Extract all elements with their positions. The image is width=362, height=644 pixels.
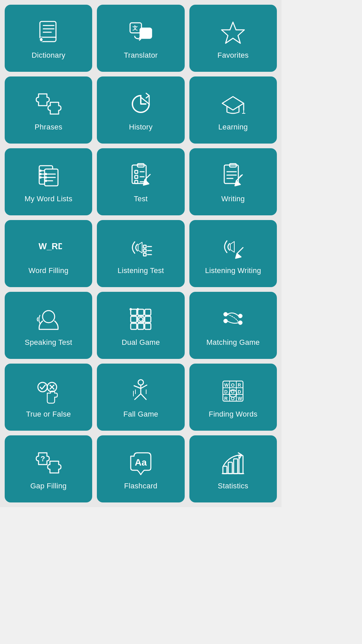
translator-label: Translator [124,51,158,60]
history-label: History [129,123,153,131]
favorites-label: Favorites [218,51,249,60]
svg-point-22 [40,177,41,178]
statistics-label: Statistics [218,482,248,490]
tile-phrases[interactable]: Phrases [5,76,92,144]
dictionary-icon [35,19,62,46]
learning-icon [220,91,246,117]
svg-line-86 [141,394,146,399]
translator-icon: 文 A [127,19,154,46]
dualgame-icon [127,306,154,333]
tile-gap-filling[interactable]: ? Gap Filling [5,435,92,502]
svg-rect-52 [143,253,146,256]
findingwords-icon: W O R D O D R O W [220,378,246,405]
listeningwriting-label: Listening Writing [205,266,261,275]
test-label: Test [134,195,148,203]
svg-point-29 [45,180,47,181]
svg-text:文: 文 [132,25,138,31]
svg-text:W: W [238,396,242,401]
svg-rect-108 [228,462,232,474]
tile-fall-game[interactable]: Fall Game [97,364,184,431]
wordlists-icon [35,162,62,189]
flashcard-label: Flashcard [124,482,157,490]
svg-text:D: D [238,389,241,394]
statistics-icon [220,449,246,476]
dualgame-label: Dual Game [122,338,160,347]
tile-dual-game[interactable]: Dual Game [97,292,184,359]
matchinggame-icon [220,306,246,333]
listeningtest-icon [127,234,154,261]
svg-point-75 [239,314,242,318]
svg-point-61 [130,309,131,310]
svg-rect-109 [234,459,238,474]
learning-label: Learning [218,123,248,131]
listeningwriting-icon [220,234,246,261]
svg-marker-56 [230,241,234,252]
svg-text:D: D [224,389,228,394]
svg-line-57 [237,248,243,254]
svg-text:W: W [224,382,229,388]
svg-rect-71 [138,323,144,329]
svg-line-45 [236,175,242,181]
phrases-label: Phrases [35,123,62,131]
svg-rect-70 [131,323,137,329]
tile-matching-game[interactable]: Matching Game [189,292,277,359]
tile-speaking-test[interactable]: Speaking Test [5,292,92,359]
svg-point-21 [40,173,41,175]
wordfilling-icon: W_RD [35,234,62,261]
tile-flashcard[interactable]: Aa Flashcard [97,435,184,502]
dictionary-label: Dictionary [32,51,65,60]
matchinggame-label: Matching Game [206,338,260,347]
tile-listening-test[interactable]: Listening Test [97,220,184,287]
tile-statistics[interactable]: Statistics [189,435,277,502]
svg-rect-107 [223,466,227,474]
svg-text:A: A [142,30,146,37]
svg-text:W_RD: W_RD [39,241,62,251]
tile-dictionary[interactable]: Dictionary [5,5,92,72]
main-grid: Dictionary 文 A Translator Favorites [0,0,282,507]
tile-true-or-false[interactable]: True or False [5,364,92,431]
svg-text:Aa: Aa [135,457,147,468]
svg-rect-54 [143,245,146,248]
tile-word-filling[interactable]: W_RD Word Filling [5,220,92,287]
wordfilling-label: Word Filling [28,266,68,275]
svg-text:?: ? [41,454,45,463]
svg-rect-32 [135,170,138,173]
svg-marker-46 [235,181,240,186]
speakingtest-icon [35,306,62,333]
tile-translator[interactable]: 文 A Translator [97,5,184,72]
writing-label: Writing [221,195,245,203]
svg-point-63 [137,309,138,310]
trueorfalse-label: True or False [26,410,71,419]
svg-rect-34 [135,175,138,178]
findingwords-label: Finding Words [209,410,257,419]
history-icon [127,91,154,117]
svg-line-84 [141,385,147,388]
writing-icon [220,162,246,189]
svg-point-81 [138,380,143,385]
svg-marker-49 [138,242,142,253]
tile-writing[interactable]: Writing [189,148,277,215]
svg-rect-72 [145,323,151,329]
tile-my-word-lists[interactable]: My Word Lists [5,148,92,215]
tile-listening-writing[interactable]: Listening Writing [189,220,277,287]
svg-rect-60 [131,309,137,315]
svg-text:R: R [238,382,241,388]
svg-rect-30 [132,165,146,183]
speakingtest-label: Speaking Test [25,338,72,347]
tile-favorites[interactable]: Favorites [189,5,277,72]
tile-learning[interactable]: Learning [189,76,277,144]
tile-test[interactable]: Test [97,148,184,215]
svg-text:R: R [224,396,228,401]
svg-rect-62 [138,309,144,315]
svg-rect-36 [135,180,138,183]
svg-rect-50 [143,249,146,252]
phrases-icon [35,91,62,117]
svg-marker-39 [143,180,149,185]
tile-history[interactable]: History [97,76,184,144]
trueorfalse-icon [35,378,62,405]
svg-rect-65 [131,316,137,322]
fallgame-icon [127,378,154,405]
tile-finding-words[interactable]: W O R D O D R O W Finding Words [189,364,277,431]
svg-point-76 [239,321,242,324]
favorites-icon [220,19,246,46]
